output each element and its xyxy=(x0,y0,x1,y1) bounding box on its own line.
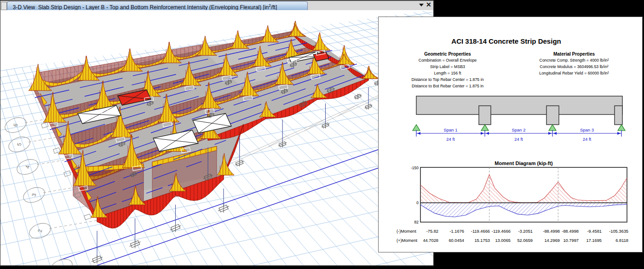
svg-text:44.7028: 44.7028 xyxy=(423,238,438,243)
svg-text:82: 82 xyxy=(414,220,419,224)
svg-text:15.1753: 15.1753 xyxy=(474,238,490,243)
svg-text:-9.4581: -9.4581 xyxy=(587,229,602,234)
svg-text:Span 3: Span 3 xyxy=(580,127,594,132)
svg-text:24 ft: 24 ft xyxy=(514,137,523,142)
svg-text:-119.4666: -119.4666 xyxy=(471,229,490,234)
svg-text:-88.4998: -88.4998 xyxy=(562,229,579,234)
svg-text:(-)Moment: (-)Moment xyxy=(397,229,416,234)
svg-text:Span 1: Span 1 xyxy=(443,127,457,132)
svg-text:24 ft: 24 ft xyxy=(583,137,592,142)
svg-text:-88.4998: -88.4998 xyxy=(543,229,560,234)
svg-text:-1.1676: -1.1676 xyxy=(449,229,464,234)
svg-text:17.1695: 17.1695 xyxy=(586,238,602,243)
svg-text:-105.3635: -105.3635 xyxy=(609,229,628,234)
svg-text:6.8118: 6.8118 xyxy=(615,238,628,243)
svg-text:Span 2: Span 2 xyxy=(512,127,525,132)
svg-text:-150: -150 xyxy=(411,166,419,170)
svg-text:0: 0 xyxy=(416,200,419,205)
svg-text:52.0659: 52.0659 xyxy=(517,238,533,243)
svg-text:14.2969: 14.2969 xyxy=(544,238,560,243)
svg-text:(+)Moment: (+)Moment xyxy=(397,238,418,243)
svg-text:-75.82: -75.82 xyxy=(426,229,438,234)
svg-text:-119.4666: -119.4666 xyxy=(492,229,511,234)
svg-text:Moment Diagram (kip-ft): Moment Diagram (kip-ft) xyxy=(494,160,553,166)
svg-text:13.0065: 13.0065 xyxy=(495,238,511,243)
svg-text:10.7997: 10.7997 xyxy=(563,238,579,243)
svg-text:24 ft: 24 ft xyxy=(446,137,455,142)
svg-text:-3.2051: -3.2051 xyxy=(518,229,533,234)
svg-text:60.0454: 60.0454 xyxy=(448,238,464,243)
